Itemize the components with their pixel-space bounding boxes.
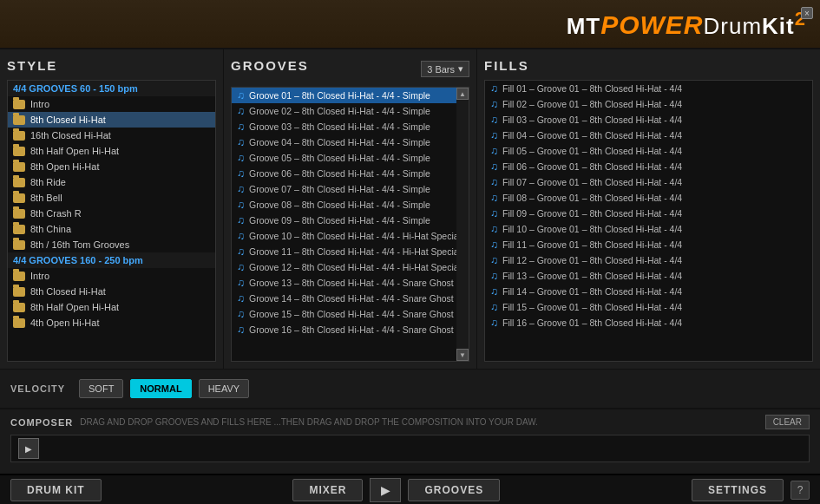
groove-list-item[interactable]: ♫Groove 04 – 8th Closed Hi-Hat - 4/4 - S… bbox=[232, 134, 456, 150]
fill-list-item[interactable]: ♫Fill 03 – Groove 01 – 8th Closed Hi-Hat… bbox=[485, 112, 812, 128]
style-list-item[interactable]: Intro bbox=[8, 96, 215, 112]
style-item-label: 8th Crash R bbox=[30, 208, 82, 219]
groove-list-item[interactable]: ♫Groove 13 – 8th Closed Hi-Hat - 4/4 - S… bbox=[232, 275, 456, 291]
groove-list-item[interactable]: ♫Groove 09 – 8th Closed Hi-Hat - 4/4 - S… bbox=[232, 213, 456, 228]
style-item-label: 8th Ride bbox=[30, 177, 66, 187]
groove-list-item[interactable]: ♫Groove 05 – 8th Closed Hi-Hat - 4/4 - S… bbox=[232, 150, 456, 166]
help-button[interactable]: ? bbox=[790, 481, 810, 500]
fill-item-label: Fill 05 – Groove 01 – 8th Closed Hi-Hat … bbox=[502, 146, 682, 156]
style-item-label: 8th Closed Hi-Hat bbox=[30, 115, 106, 125]
style-list[interactable]: 4/4 GROOVES 60 - 150 bpmIntro8th Closed … bbox=[7, 80, 216, 362]
fill-list-item[interactable]: ♫Fill 12 – Groove 01 – 8th Closed Hi-Hat… bbox=[485, 252, 812, 268]
groove-list-item[interactable]: ♫Groove 06 – 8th Closed Hi-Hat - 4/4 - S… bbox=[232, 166, 456, 181]
fill-item-label: Fill 09 – Groove 01 – 8th Closed Hi-Hat … bbox=[502, 208, 682, 219]
style-list-item[interactable]: 8th Open Hi-Hat bbox=[8, 159, 215, 174]
velocity-bar: VELOCITY SOFT NORMAL HEAVY bbox=[0, 369, 820, 409]
groove-list-item[interactable]: ♫Groove 08 – 8th Closed Hi-Hat - 4/4 - S… bbox=[232, 197, 456, 213]
groove-list-item[interactable]: ♫Groove 03 – 8th Closed Hi-Hat - 4/4 - S… bbox=[232, 119, 456, 134]
style-list-item[interactable]: 16th Closed Hi-Hat bbox=[8, 128, 215, 143]
fill-list-item[interactable]: ♫Fill 14 – Groove 01 – 8th Closed Hi-Hat… bbox=[485, 284, 812, 299]
fill-list-item[interactable]: ♫Fill 10 – Groove 01 – 8th Closed Hi-Hat… bbox=[485, 221, 812, 237]
fill-item-label: Fill 12 – Groove 01 – 8th Closed Hi-Hat … bbox=[502, 255, 682, 265]
fill-list-item[interactable]: ♫Fill 16 – Groove 01 – 8th Closed Hi-Hat… bbox=[485, 315, 812, 331]
grooves-header-row: GROOVES 3 Bars ▾ bbox=[231, 58, 469, 80]
groove-list-item[interactable]: ♫Groove 02 – 8th Closed Hi-Hat - 4/4 - S… bbox=[232, 103, 456, 119]
fill-list-item[interactable]: ♫Fill 01 – Groove 01 – 8th Closed Hi-Hat… bbox=[485, 81, 812, 96]
close-button[interactable]: × bbox=[801, 7, 813, 19]
style-item-label: Intro bbox=[30, 271, 49, 281]
style-list-item[interactable]: 8th / 16th Tom Grooves bbox=[8, 237, 215, 252]
groove-list-item[interactable]: ♫Groove 16 – 8th Closed Hi-Hat - 4/4 - S… bbox=[232, 322, 456, 337]
composer-play-button[interactable]: ▶ bbox=[18, 438, 39, 459]
folder-icon bbox=[13, 272, 25, 281]
style-list-item[interactable]: 8th Crash R bbox=[8, 206, 215, 221]
style-list-item[interactable]: 8th Ride bbox=[8, 174, 215, 190]
style-list-item[interactable]: 8th Half Open Hi-Hat bbox=[8, 299, 215, 315]
note-icon: ♫ bbox=[490, 254, 498, 266]
app-logo: MTPOWERDrumKit2 bbox=[567, 8, 806, 40]
fill-list-item[interactable]: ♫Fill 07 – Groove 01 – 8th Closed Hi-Hat… bbox=[485, 174, 812, 190]
fill-list[interactable]: ♫Fill 01 – Groove 01 – 8th Closed Hi-Hat… bbox=[484, 80, 813, 362]
note-icon: ♫ bbox=[490, 270, 498, 282]
note-icon: ♫ bbox=[490, 129, 498, 141]
fill-list-item[interactable]: ♫Fill 05 – Groove 01 – 8th Closed Hi-Hat… bbox=[485, 143, 812, 159]
groove-list-item[interactable]: ♫Groove 12 – 8th Closed Hi-Hat - 4/4 - H… bbox=[232, 259, 456, 275]
scroll-down-button[interactable]: ▼ bbox=[456, 349, 469, 361]
groove-list-item[interactable]: ♫Groove 14 – 8th Closed Hi-Hat - 4/4 - S… bbox=[232, 291, 456, 306]
fill-item-label: Fill 01 – Groove 01 – 8th Closed Hi-Hat … bbox=[502, 83, 682, 94]
style-list-item[interactable]: 4th Open Hi-Hat bbox=[8, 315, 215, 331]
bottom-bar: DRUM KIT MIXER ▶ GROOVES SETTINGS ? bbox=[0, 474, 820, 504]
style-list-item[interactable]: 8th Closed Hi-Hat bbox=[8, 284, 215, 299]
folder-icon bbox=[13, 193, 25, 203]
fill-list-item[interactable]: ♫Fill 13 – Groove 01 – 8th Closed Hi-Hat… bbox=[485, 268, 812, 284]
groove-list-item[interactable]: ♫Groove 07 – 8th Closed Hi-Hat - 4/4 - S… bbox=[232, 181, 456, 197]
style-list-item[interactable]: Intro bbox=[8, 268, 215, 284]
fill-item-label: Fill 07 – Groove 01 – 8th Closed Hi-Hat … bbox=[502, 177, 682, 187]
fill-list-item[interactable]: ♫Fill 02 – Groove 01 – 8th Closed Hi-Hat… bbox=[485, 96, 812, 112]
note-icon: ♫ bbox=[490, 192, 498, 204]
note-icon: ♫ bbox=[490, 285, 498, 298]
fill-item-label: Fill 11 – Groove 01 – 8th Closed Hi-Hat … bbox=[502, 239, 682, 250]
settings-button[interactable]: SETTINGS bbox=[692, 479, 784, 501]
style-list-item[interactable]: 8th Bell bbox=[8, 190, 215, 206]
clear-button[interactable]: CLEAR bbox=[765, 415, 810, 429]
folder-icon bbox=[13, 240, 25, 250]
note-icon: ♫ bbox=[237, 324, 245, 336]
groove-list-item[interactable]: ♫Groove 15 – 8th Closed Hi-Hat - 4/4 - S… bbox=[232, 306, 456, 322]
note-icon: ♫ bbox=[490, 98, 498, 110]
grooves-button[interactable]: GROOVES bbox=[408, 479, 500, 501]
fill-list-item[interactable]: ♫Fill 06 – Groove 01 – 8th Closed Hi-Hat… bbox=[485, 159, 812, 174]
style-list-item[interactable]: 8th Half Open Hi-Hat bbox=[8, 143, 215, 159]
fill-list-item[interactable]: ♫Fill 09 – Groove 01 – 8th Closed Hi-Hat… bbox=[485, 206, 812, 221]
groove-list-item[interactable]: ♫Groove 01 – 8th Closed Hi-Hat - 4/4 - S… bbox=[232, 88, 456, 103]
groove-list-item[interactable]: ♫Groove 10 – 8th Closed Hi-Hat - 4/4 - H… bbox=[232, 228, 456, 244]
style-list-item[interactable]: 8th Closed Hi-Hat bbox=[8, 112, 215, 128]
groove-list[interactable]: ♫Groove 01 – 8th Closed Hi-Hat - 4/4 - S… bbox=[231, 87, 469, 362]
fill-list-item[interactable]: ♫Fill 11 – Groove 01 – 8th Closed Hi-Hat… bbox=[485, 237, 812, 252]
composer-track[interactable]: ▶ bbox=[10, 435, 810, 462]
velocity-normal-button[interactable]: NORMAL bbox=[130, 379, 191, 398]
bars-selector[interactable]: 3 Bars ▾ bbox=[421, 61, 469, 77]
fill-list-item[interactable]: ♫Fill 04 – Groove 01 – 8th Closed Hi-Hat… bbox=[485, 128, 812, 143]
note-icon: ♫ bbox=[237, 214, 245, 226]
play-button[interactable]: ▶ bbox=[370, 478, 401, 502]
fill-list-item[interactable]: ♫Fill 08 – Groove 01 – 8th Closed Hi-Hat… bbox=[485, 190, 812, 206]
fill-list-item[interactable]: ♫Fill 15 – Groove 01 – 8th Closed Hi-Hat… bbox=[485, 299, 812, 315]
groove-scrollbar[interactable]: ▲ ▼ bbox=[456, 88, 469, 361]
scroll-up-button[interactable]: ▲ bbox=[456, 88, 469, 100]
folder-icon bbox=[13, 131, 25, 141]
groove-item-label: Groove 06 – 8th Closed Hi-Hat - 4/4 - Si… bbox=[249, 168, 430, 179]
drum-kit-button[interactable]: DRUM KIT bbox=[10, 479, 102, 501]
velocity-heavy-button[interactable]: HEAVY bbox=[199, 379, 249, 398]
note-icon: ♫ bbox=[490, 82, 498, 95]
note-icon: ♫ bbox=[490, 160, 498, 173]
velocity-soft-button[interactable]: SOFT bbox=[79, 379, 123, 398]
fill-item-label: Fill 06 – Groove 01 – 8th Closed Hi-Hat … bbox=[502, 161, 682, 172]
mixer-button[interactable]: MIXER bbox=[292, 479, 363, 501]
groove-item-label: Groove 08 – 8th Closed Hi-Hat - 4/4 - Si… bbox=[249, 200, 430, 210]
folder-icon bbox=[13, 225, 25, 234]
bottom-right: SETTINGS ? bbox=[692, 479, 810, 501]
folder-icon bbox=[13, 147, 25, 156]
groove-list-item[interactable]: ♫Groove 11 – 8th Closed Hi-Hat - 4/4 - H… bbox=[232, 244, 456, 259]
style-list-item[interactable]: 8th China bbox=[8, 221, 215, 237]
